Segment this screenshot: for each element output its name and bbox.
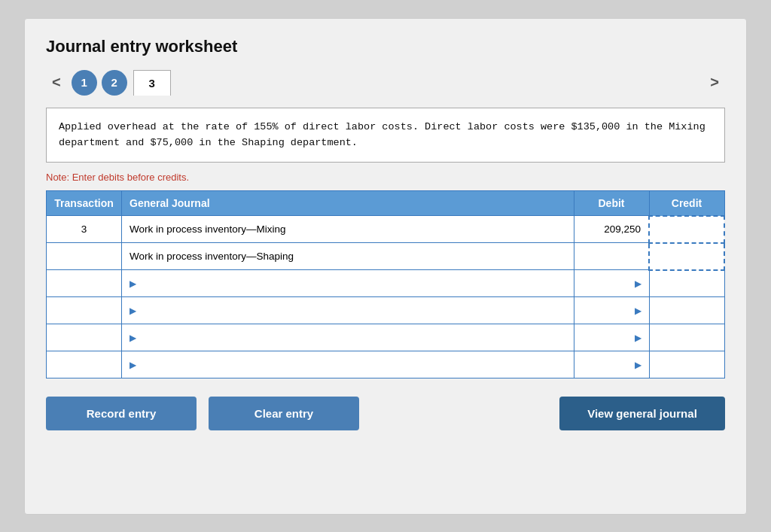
debit-cell[interactable] bbox=[574, 243, 649, 270]
col-header-transaction: Transaction bbox=[47, 190, 122, 216]
debit-cell[interactable]: ▶ bbox=[574, 297, 649, 324]
credit-cell[interactable] bbox=[649, 243, 724, 270]
credit-cell[interactable] bbox=[649, 270, 724, 297]
credit-cell[interactable] bbox=[649, 297, 724, 324]
transaction-cell: 3 bbox=[47, 216, 122, 243]
table-row: ▶▶ bbox=[47, 324, 725, 351]
description-box: Applied overhead at the rate of 155% of … bbox=[46, 108, 725, 163]
journal-table: Transaction General Journal Debit Credit… bbox=[46, 190, 725, 379]
tabs-row: < 1 2 3 > bbox=[46, 70, 725, 96]
transaction-cell bbox=[47, 351, 122, 378]
transaction-cell bbox=[47, 243, 122, 270]
debit-cell[interactable]: ▶ bbox=[574, 351, 649, 378]
debit-cell[interactable]: 209,250 bbox=[574, 216, 649, 243]
view-general-journal-button[interactable]: View general journal bbox=[559, 397, 725, 430]
next-arrow[interactable]: > bbox=[704, 71, 725, 94]
journal-cell[interactable]: ▶ bbox=[122, 324, 574, 351]
table-row: ▶▶ bbox=[47, 270, 725, 297]
debit-cell[interactable]: ▶ bbox=[574, 324, 649, 351]
clear-entry-button[interactable]: Clear entry bbox=[209, 397, 359, 430]
credit-cell[interactable] bbox=[649, 351, 724, 378]
table-row: ▶▶ bbox=[47, 297, 725, 324]
tab-1[interactable]: 1 bbox=[72, 70, 97, 96]
table-row: Work in process inventory—Shaping bbox=[47, 243, 725, 270]
col-header-journal: General Journal bbox=[122, 190, 574, 216]
credit-cell[interactable] bbox=[649, 216, 724, 243]
transaction-cell bbox=[47, 270, 122, 297]
col-header-debit: Debit bbox=[574, 190, 649, 216]
description-text: Applied overhead at the rate of 155% of … bbox=[59, 121, 705, 149]
col-header-credit: Credit bbox=[649, 190, 724, 216]
transaction-cell bbox=[47, 297, 122, 324]
note-text: Note: Enter debits before credits. bbox=[46, 172, 725, 183]
journal-cell[interactable]: ▶ bbox=[122, 270, 574, 297]
prev-arrow[interactable]: < bbox=[46, 71, 67, 94]
journal-cell[interactable]: ▶ bbox=[122, 297, 574, 324]
table-row: 3Work in process inventory—Mixing209,250 bbox=[47, 216, 725, 243]
transaction-cell bbox=[47, 324, 122, 351]
credit-cell[interactable] bbox=[649, 324, 724, 351]
tab-3[interactable]: 3 bbox=[133, 70, 171, 96]
journal-cell[interactable]: Work in process inventory—Shaping bbox=[122, 243, 574, 270]
journal-cell[interactable]: Work in process inventory—Mixing bbox=[122, 216, 574, 243]
journal-cell[interactable]: ▶ bbox=[122, 351, 574, 378]
page-title: Journal entry worksheet bbox=[46, 37, 725, 56]
record-entry-button[interactable]: Record entry bbox=[46, 397, 197, 430]
table-row: ▶▶ bbox=[47, 351, 725, 378]
button-row: Record entry Clear entry View general jo… bbox=[46, 397, 725, 430]
debit-cell[interactable]: ▶ bbox=[574, 270, 649, 297]
worksheet-container: Journal entry worksheet < 1 2 3 > Applie… bbox=[24, 18, 747, 515]
tab-2[interactable]: 2 bbox=[102, 70, 127, 96]
